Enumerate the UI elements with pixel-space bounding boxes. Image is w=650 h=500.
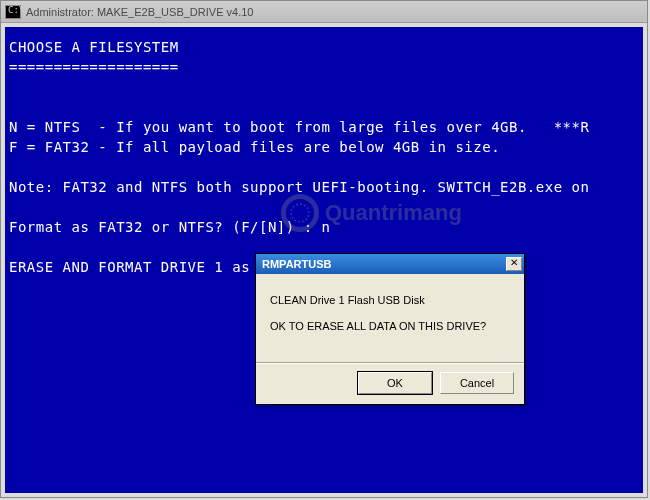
ok-button[interactable]: OK [358, 372, 432, 394]
window-title: Administrator: MAKE_E2B_USB_DRIVE v4.10 [26, 6, 253, 18]
cmd-icon: C:\ [5, 5, 21, 19]
cancel-button[interactable]: Cancel [440, 372, 514, 394]
app-window: C:\ Administrator: MAKE_E2B_USB_DRIVE v4… [0, 0, 648, 498]
dialog-body: CLEAN Drive 1 Flash USB Disk OK TO ERASE… [256, 274, 524, 354]
confirm-dialog: RMPARTUSB ✕ CLEAN Drive 1 Flash USB Disk… [255, 253, 525, 405]
console-underline: =================== [9, 59, 179, 75]
dialog-titlebar[interactable]: RMPARTUSB ✕ [256, 254, 524, 274]
dialog-button-row: OK Cancel [256, 372, 524, 404]
dialog-separator [256, 362, 524, 364]
dialog-title: RMPARTUSB [262, 258, 331, 270]
console-prompt: Format as FAT32 or NTFS? (F/[N]) : n [9, 219, 330, 235]
close-icon[interactable]: ✕ [506, 257, 522, 271]
dialog-message-1: CLEAN Drive 1 Flash USB Disk [270, 294, 510, 306]
console-heading: CHOOSE A FILESYSTEM [9, 39, 179, 55]
console-option-fat32: F = FAT32 - If all payload files are bel… [9, 139, 500, 155]
dialog-message-2: OK TO ERASE ALL DATA ON THIS DRIVE? [270, 320, 510, 332]
console-option-ntfs: N = NTFS - If you want to boot from larg… [9, 119, 589, 135]
console-note: Note: FAT32 and NTFS both support UEFI-b… [9, 179, 589, 195]
window-titlebar: C:\ Administrator: MAKE_E2B_USB_DRIVE v4… [1, 1, 647, 23]
